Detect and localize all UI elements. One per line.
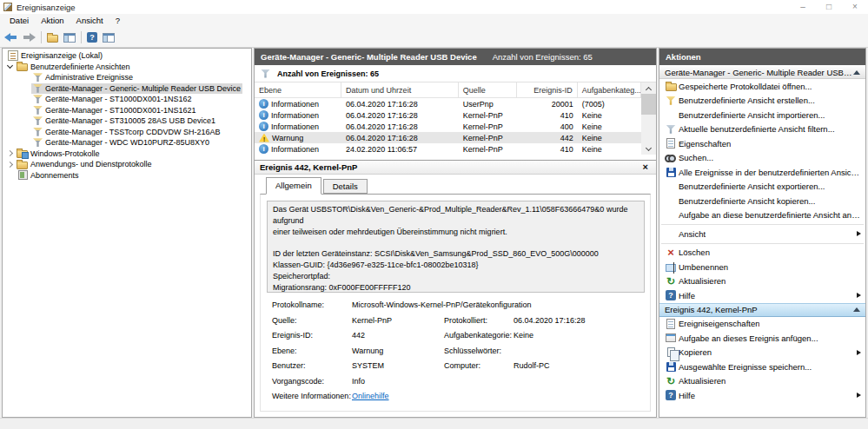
- tree-item-label: Windows-Protokolle: [30, 148, 100, 160]
- action-refresh[interactable]: ↻ Aktualisieren: [659, 274, 865, 289]
- tree-item-st310005[interactable]: Geräte-Manager - ST310005 28AS USB Devic…: [3, 116, 251, 127]
- tree-item-custom-views[interactable]: Benutzerdefinierte Ansichten: [3, 62, 251, 73]
- menu-hilfe[interactable]: ?: [109, 14, 126, 28]
- refresh-icon: ↻: [666, 276, 675, 287]
- table-header: Ebene Datum und Uhrzeit Quelle Ereignis-…: [255, 82, 641, 98]
- tree-item-administrative-events[interactable]: Administrative Ereignisse: [3, 72, 251, 83]
- action-save-all-events[interactable]: Alle Ereignisse in der benutzerdefiniert…: [659, 165, 865, 180]
- field-label: Quelle:: [272, 315, 352, 327]
- field-value: SYSTEM: [352, 360, 444, 372]
- tree-item-tsstcorp[interactable]: Geräte-Manager - TSSTcorp CDDVDW SH-216A…: [3, 127, 251, 138]
- action-create-custom-view[interactable]: Benutzerdefinierte Ansicht erstellen...: [659, 94, 865, 109]
- close-button[interactable]: ×: [842, 0, 868, 14]
- actions-separator: [661, 224, 864, 225]
- copy-icon: [667, 347, 675, 357]
- list-count: Anzahl von Ereignissen: 65: [493, 52, 593, 62]
- column-datum[interactable]: Datum und Uhrzeit: [341, 82, 459, 97]
- scroll-up-icon[interactable]: [641, 82, 656, 94]
- action-filter-current-view[interactable]: Aktuelle benutzerdefinierte Ansicht filt…: [659, 122, 865, 137]
- tab-allgemein[interactable]: Allgemein: [266, 177, 321, 195]
- column-ebene[interactable]: Ebene: [255, 82, 341, 97]
- chevron-right-icon[interactable]: [7, 162, 13, 168]
- scroll-down-icon[interactable]: [641, 143, 656, 155]
- action-pane-toggle-icon[interactable]: [103, 33, 115, 43]
- vertical-scrollbar[interactable]: [641, 82, 656, 155]
- menu-ansicht[interactable]: Ansicht: [70, 14, 109, 28]
- scrollbar-thumb[interactable]: [641, 94, 656, 115]
- action-help-event-submenu[interactable]: ? Hilfe: [659, 388, 865, 403]
- tree-item-subscriptions[interactable]: Abonnements: [3, 170, 251, 182]
- cell-date: 06.04.2020 17:16:28: [341, 121, 459, 132]
- field-value: Rudolf-PC: [514, 360, 641, 372]
- toolbar: ?: [0, 28, 868, 48]
- table-row[interactable]: Informationen 24.02.2020 11:06:57 Kernel…: [255, 143, 641, 155]
- action-export-custom-view[interactable]: Benutzerdefinierte Ansicht exportieren..…: [659, 180, 865, 195]
- minimize-button[interactable]: –: [790, 0, 816, 14]
- tab-details[interactable]: Details: [323, 179, 368, 194]
- action-copy-submenu[interactable]: Kopieren: [659, 346, 865, 360]
- tree-item-st1000dx001-1ns1621[interactable]: Geräte-Manager - ST1000DX001-1NS1621: [3, 105, 251, 116]
- action-attach-task-to-view[interactable]: Aufgabe an diese benutzerdefinierte Ansi…: [659, 208, 865, 223]
- actions-group1-header[interactable]: Geräte-Manager - Generic- Multiple Reade…: [659, 65, 865, 79]
- menu-aktion[interactable]: Aktion: [35, 14, 70, 28]
- action-attach-task-to-event[interactable]: Aufgabe an dieses Ereignis anfügen...: [659, 331, 865, 346]
- cell-event-id: 442: [517, 132, 577, 143]
- action-open-saved-log[interactable]: Gespeicherte Protokolldatei öffnen...: [659, 79, 865, 94]
- tree-item-root[interactable]: Ereignisanzeige (Lokal): [3, 50, 251, 62]
- menu-datei[interactable]: Datei: [3, 14, 35, 28]
- action-view-submenu[interactable]: Ansicht: [659, 227, 865, 241]
- subscriptions-icon: [18, 170, 28, 180]
- column-aufgabenkategorie[interactable]: Aufgabenkateg...: [578, 82, 641, 97]
- table-row[interactable]: Informationen 06.04.2020 17:16:28 UserPn…: [255, 98, 641, 109]
- chevron-right-icon[interactable]: [7, 150, 13, 156]
- collapse-icon[interactable]: [853, 307, 860, 312]
- action-properties[interactable]: Eigenschaften: [659, 136, 865, 151]
- field-label: Aufgabenkategorie:: [444, 330, 514, 341]
- back-icon[interactable]: [4, 33, 17, 42]
- column-quelle[interactable]: Quelle: [459, 82, 517, 97]
- console-tree-toggle-icon[interactable]: [63, 33, 76, 43]
- detail-pane: Allgemein Details Das Gerät USBSTOR\Disk…: [255, 175, 656, 417]
- action-save-selected-events[interactable]: Ausgewählte Ereignisse speichern...: [659, 360, 865, 374]
- tree-item-wdc[interactable]: Geräte-Manager - WDC WD10PURZ-85U8XY0: [3, 137, 251, 148]
- tree-item-label: Geräte-Manager - ST1000DX001-1NS1621: [45, 105, 196, 116]
- table-row[interactable]: Informationen 06.04.2020 17:16:28 Kernel…: [255, 121, 641, 132]
- action-copy-custom-view[interactable]: Benutzerdefinierte Ansicht kopieren...: [659, 194, 865, 208]
- app-icon: [3, 3, 12, 11]
- tree-item-st1000dx001-1ns162[interactable]: Geräte-Manager - ST1000DX001-1NS162: [3, 94, 251, 105]
- online-help-link[interactable]: Onlinehilfe: [352, 392, 389, 400]
- action-help-submenu[interactable]: ? Hilfe: [659, 288, 865, 303]
- table-row[interactable]: Informationen 06.04.2020 17:16:28 Kernel…: [255, 109, 641, 121]
- action-import-custom-view[interactable]: Benutzerdefinierte Ansicht importieren..…: [659, 108, 865, 122]
- folder-log-icon: [17, 150, 28, 158]
- tab-page-general: Das Gerät USBSTOR\Disk&Ven_Generic-&Prod…: [260, 194, 651, 412]
- action-rename[interactable]: Umbenennen: [659, 260, 865, 274]
- event-fields: Protokollname: Microsoft-Windows-Kernel-…: [272, 300, 641, 402]
- table-row-selected[interactable]: Warnung 06.04.2020 17:16:28 Kernel-PnP 4…: [255, 132, 641, 143]
- open-saved-log-icon[interactable]: [47, 35, 58, 43]
- cell-date: 06.04.2020 17:16:28: [341, 109, 459, 121]
- tree-item-label: Anwendungs- und Dienstprotokolle: [30, 159, 152, 170]
- action-refresh-event[interactable]: ↻ Aktualisieren: [659, 374, 865, 389]
- collapse-icon[interactable]: [853, 70, 860, 75]
- event-description[interactable]: Das Gerät USBSTOR\Disk&Ven_Generic-&Prod…: [267, 201, 645, 293]
- field-label: Protokolliert:: [444, 315, 514, 327]
- action-delete[interactable]: × Löschen: [659, 246, 865, 261]
- help-icon[interactable]: ?: [87, 32, 97, 43]
- tree-item-windows-logs[interactable]: Windows-Protokolle: [3, 148, 251, 160]
- actions-group2-header[interactable]: Ereignis 442, Kernel-PnP: [659, 303, 865, 317]
- action-event-properties[interactable]: Ereigniseigenschaften: [659, 317, 865, 332]
- console-tree: Ereignisanzeige (Lokal) Benutzerdefinier…: [2, 48, 252, 418]
- column-ereignis-id[interactable]: Ereignis-ID: [517, 82, 577, 97]
- folder-icon: [17, 162, 28, 169]
- forward-icon[interactable]: [23, 33, 36, 42]
- chevron-down-icon[interactable]: [7, 63, 13, 69]
- maximize-button[interactable]: □: [816, 0, 842, 14]
- close-icon[interactable]: ×: [640, 161, 651, 174]
- tree-item-app-service-logs[interactable]: Anwendungs- und Dienstprotokolle: [3, 159, 251, 170]
- tree-item-generic-multiple-reader[interactable]: Geräte-Manager - Generic- Multiple Reade…: [3, 83, 251, 95]
- action-find[interactable]: Suchen...: [659, 151, 865, 166]
- cell-source: Kernel-PnP: [459, 143, 517, 155]
- detail-header[interactable]: Ereignis 442, Kernel-PnP ×: [255, 160, 656, 175]
- filter-icon: [33, 73, 43, 82]
